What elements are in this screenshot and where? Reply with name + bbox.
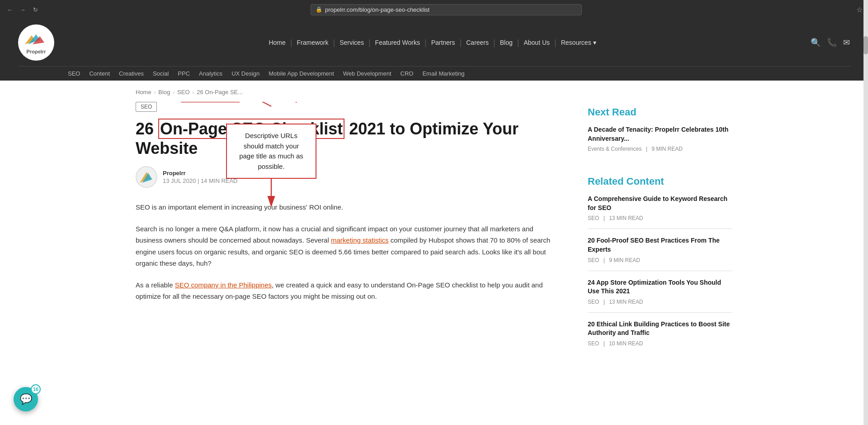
site-header: Propelrr Home | Framework | Services | F… xyxy=(0,19,868,81)
next-read-card: A Decade of Tenacity: Propelrr Celebrate… xyxy=(588,125,732,159)
related-card-3-title[interactable]: 24 App Store Optimization Tools You Shou… xyxy=(588,278,732,296)
breadcrumb-sep-1: › xyxy=(154,90,156,95)
phone-icon[interactable]: 📞 xyxy=(827,38,837,48)
related-card-2-meta: SEO | 9 MIN READ xyxy=(588,257,732,263)
related-card-2: 20 Fool-Proof SEO Best Practices From Th… xyxy=(588,236,732,271)
nav-sep-2: | xyxy=(333,38,335,48)
scrollbar[interactable] xyxy=(863,0,868,370)
annotation-box: Descriptive URLs should match your page … xyxy=(226,124,316,179)
marketing-statistics-link[interactable]: marketing statistics xyxy=(331,236,389,244)
related-content-title: Related Content xyxy=(588,176,732,187)
nav-partners[interactable]: Partners xyxy=(429,39,458,46)
subnav-creatives[interactable]: Creatives xyxy=(119,70,144,77)
related-card-3-meta: SEO | 13 MIN READ xyxy=(588,299,732,305)
subnav-content[interactable]: Content xyxy=(89,70,110,77)
browser-chrome: ← → ↻ 🔒 ☆ xyxy=(0,0,868,19)
nav-featured-works[interactable]: Featured Works xyxy=(373,39,423,46)
breadcrumb-seo[interactable]: SEO xyxy=(177,89,189,96)
body-paragraph-2: Search is no longer a mere Q&A platform,… xyxy=(136,223,561,269)
subnav-seo[interactable]: SEO xyxy=(68,70,80,77)
related-card-1: A Comprehensive Guide to Keyword Researc… xyxy=(588,195,732,229)
nav-about-us[interactable]: About Us xyxy=(521,39,552,46)
content-layout: Descriptive URLs should match your page … xyxy=(136,102,732,370)
nav-sep-5: | xyxy=(460,38,462,48)
related-card-1-meta: SEO | 13 MIN READ xyxy=(588,215,732,221)
subnav-mobile[interactable]: Mobile App Development xyxy=(269,70,334,77)
reload-button[interactable]: ↻ xyxy=(31,5,40,14)
main-nav: Home | Framework | Services | Featured W… xyxy=(266,38,599,48)
seo-company-link[interactable]: SEO company in the Philippines xyxy=(175,281,272,289)
nav-sep-8: | xyxy=(554,38,557,48)
body-paragraph-3: As a reliable SEO company in the Philipp… xyxy=(136,279,561,302)
related-card-3: 24 App Store Optimization Tools You Shou… xyxy=(588,278,732,313)
title-part1: 26 xyxy=(136,119,154,138)
breadcrumb: Home › Blog › SEO › 26 On-Page SE... xyxy=(136,81,732,102)
body-paragraph-1: SEO is an important element in increasin… xyxy=(136,201,561,213)
related-card-1-title[interactable]: A Comprehensive Guide to Keyword Researc… xyxy=(588,195,732,212)
breadcrumb-current: 26 On-Page SE... xyxy=(197,89,243,96)
forward-button[interactable]: → xyxy=(18,5,27,14)
nav-icons: 🔍 📞 ✉ xyxy=(811,38,850,48)
next-read-card-title[interactable]: A Decade of Tenacity: Propelrr Celebrate… xyxy=(588,125,732,143)
next-read-card-meta: Events & Conferences | 9 MIN READ xyxy=(588,146,732,152)
related-card-4-title[interactable]: 20 Ethical Link Building Practices to Bo… xyxy=(588,320,732,338)
nav-careers[interactable]: Careers xyxy=(463,39,491,46)
logo-text: Propelrr xyxy=(27,49,46,54)
tag-badge[interactable]: SEO xyxy=(136,102,157,112)
nav-resources[interactable]: Resources ▾ xyxy=(558,39,599,46)
page-wrapper: Home › Blog › SEO › 26 On-Page SE... Des… xyxy=(118,81,750,370)
address-bar-container: 🔒 xyxy=(311,4,582,15)
breadcrumb-sep-2: › xyxy=(173,90,175,95)
nav-sep-7: | xyxy=(517,38,519,48)
logo[interactable]: Propelrr xyxy=(18,24,54,61)
related-card-2-title[interactable]: 20 Fool-Proof SEO Best Practices From Th… xyxy=(588,236,732,254)
scrollbar-thumb[interactable] xyxy=(863,36,868,54)
related-card-4-meta: SEO | 10 MIN READ xyxy=(588,340,732,347)
bookmark-icon[interactable]: ☆ xyxy=(856,5,863,14)
breadcrumb-blog[interactable]: Blog xyxy=(158,89,170,96)
article-body: SEO is an important element in increasin… xyxy=(136,201,561,302)
subnav-web[interactable]: Web Development xyxy=(343,70,392,77)
back-button[interactable]: ← xyxy=(5,5,14,14)
next-read-section: Next Read A Decade of Tenacity: Propelrr… xyxy=(588,106,732,159)
next-read-title: Next Read xyxy=(588,106,732,118)
author-row: Propelrr 13 JUL 2020 | 14 MIN READ xyxy=(136,166,561,188)
sidebar: Next Read A Decade of Tenacity: Propelrr… xyxy=(588,102,732,370)
nav-sep-3: | xyxy=(368,38,371,48)
svg-line-7 xyxy=(185,102,271,106)
nav-home[interactable]: Home xyxy=(266,39,288,46)
logo-area: Propelrr xyxy=(18,24,54,61)
subnav-ppc[interactable]: PPC xyxy=(178,70,190,77)
sub-nav: SEO Content Creatives Social PPC Analyti… xyxy=(18,67,850,81)
related-card-4: 20 Ethical Link Building Practices to Bo… xyxy=(588,320,732,354)
subnav-email[interactable]: Email Marketing xyxy=(422,70,464,77)
nav-sep: | xyxy=(290,38,292,48)
address-bar[interactable] xyxy=(325,6,577,13)
nav-sep-4: | xyxy=(425,38,427,48)
related-content-section: Related Content A Comprehensive Guide to… xyxy=(588,176,732,354)
nav-services[interactable]: Services xyxy=(337,39,367,46)
annotation-text: Descriptive URLs should match your page … xyxy=(239,132,303,170)
main-content: Descriptive URLs should match your page … xyxy=(136,102,561,370)
article-title: 26 On-Page SEO Checklist 2021 to Optimiz… xyxy=(136,119,561,158)
lock-icon: 🔒 xyxy=(316,6,322,13)
nav-framework[interactable]: Framework xyxy=(294,39,331,46)
breadcrumb-sep-3: › xyxy=(193,90,194,95)
nav-sep-6: | xyxy=(493,38,495,48)
subnav-social[interactable]: Social xyxy=(153,70,169,77)
search-icon[interactable]: 🔍 xyxy=(811,38,821,48)
avatar xyxy=(136,166,157,188)
subnav-ux[interactable]: UX Design xyxy=(231,70,259,77)
subnav-analytics[interactable]: Analytics xyxy=(199,70,222,77)
email-icon[interactable]: ✉ xyxy=(843,38,850,48)
nav-blog[interactable]: Blog xyxy=(497,39,515,46)
header-top: Propelrr Home | Framework | Services | F… xyxy=(18,19,850,67)
breadcrumb-home[interactable]: Home xyxy=(136,89,151,96)
subnav-cro[interactable]: CRO xyxy=(401,70,414,77)
